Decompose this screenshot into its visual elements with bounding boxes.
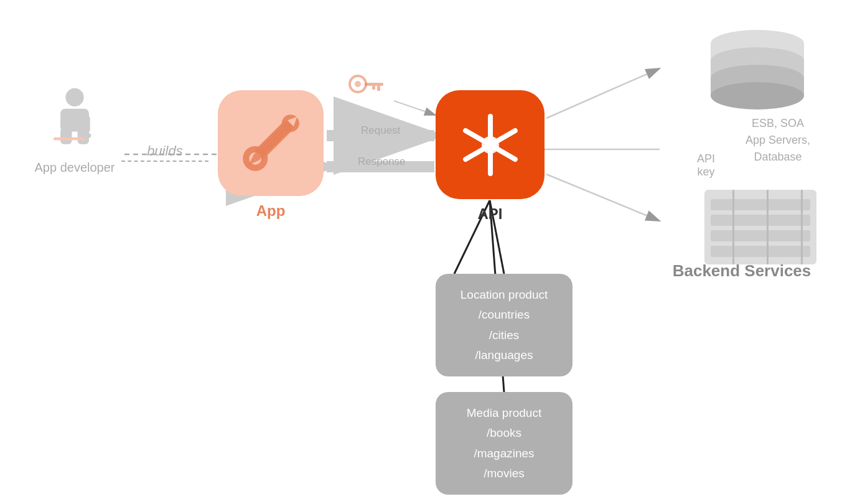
api-section: API [436, 90, 545, 223]
svg-line-9 [546, 174, 660, 221]
request-label: Request [361, 124, 400, 137]
api-label: API [477, 205, 502, 223]
backend-services-label: Backend Services [661, 261, 823, 281]
location-title: Location product [454, 285, 554, 305]
server-icon [698, 184, 823, 273]
svg-rect-30 [377, 86, 380, 91]
svg-rect-34 [488, 114, 493, 145]
svg-line-7 [546, 68, 660, 118]
api-key-section: API key [348, 72, 386, 96]
svg-point-13 [65, 88, 83, 106]
location-product-text: Location product /countries /cities /lan… [454, 285, 554, 365]
diagram-container: App developer builds App [0, 0, 860, 504]
svg-rect-31 [372, 86, 375, 90]
person-laptop-icon [47, 87, 103, 156]
database-cylinders-icon [698, 25, 816, 118]
media-product-text: Media product /books /magazines /movies [454, 403, 554, 483]
media-title: Media product [454, 403, 554, 423]
svg-rect-54 [801, 190, 803, 264]
svg-rect-49 [711, 215, 810, 226]
media-item-3: /movies [454, 464, 554, 483]
app-developer-section: App developer [25, 87, 124, 175]
svg-rect-52 [732, 190, 734, 264]
server-rack-icon [698, 184, 823, 271]
key-icon [348, 72, 386, 96]
svg-rect-29 [365, 83, 383, 86]
svg-rect-50 [711, 230, 810, 241]
wrench-pencil-icon [230, 103, 311, 184]
svg-rect-18 [85, 116, 90, 133]
svg-rect-51 [711, 246, 810, 257]
svg-rect-35 [488, 145, 493, 176]
svg-point-46 [711, 82, 804, 110]
location-item-3: /languages [454, 345, 554, 365]
builds-label: builds [121, 143, 208, 162]
app-section: App [218, 90, 324, 220]
svg-rect-15 [60, 128, 72, 144]
media-item-2: /magazines [454, 444, 554, 464]
app-label: App [256, 202, 286, 220]
svg-point-19 [83, 133, 91, 138]
media-item-1: /books [454, 423, 554, 443]
api-key-label: API key [697, 152, 715, 179]
svg-point-28 [355, 81, 361, 87]
svg-rect-53 [767, 190, 769, 264]
api-icon [436, 90, 545, 199]
response-label: Response [358, 156, 406, 168]
asterisk-icon [450, 105, 531, 185]
location-item-1: /countries [454, 305, 554, 325]
app-icon [218, 90, 324, 196]
esb-label: ESB, SOA App Servers, Database [745, 115, 810, 166]
app-developer-label: App developer [35, 161, 115, 175]
svg-line-6 [394, 101, 436, 115]
svg-rect-48 [711, 199, 810, 210]
database-icon [698, 25, 816, 121]
media-product-box: Media product /books /magazines /movies [436, 392, 573, 495]
svg-rect-24 [255, 120, 294, 159]
location-product-box: Location product /countries /cities /lan… [436, 274, 573, 376]
location-item-2: /cities [454, 325, 554, 345]
svg-rect-17 [54, 138, 85, 141]
